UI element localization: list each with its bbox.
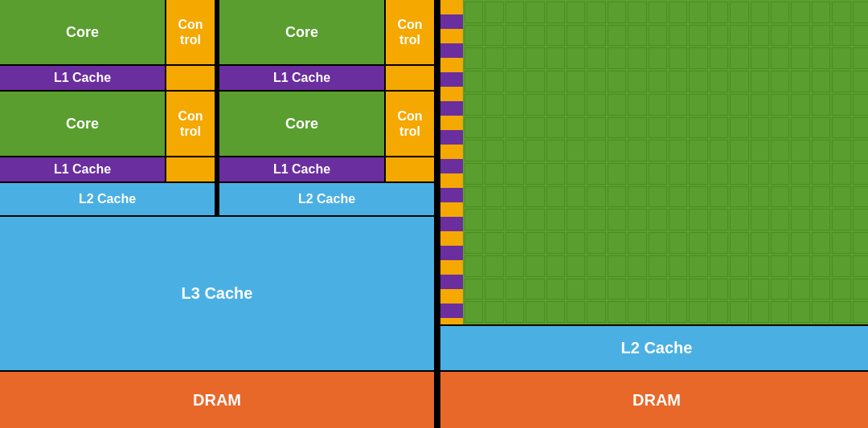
gpu-core-cell (628, 209, 646, 230)
gpu-core-cell (649, 117, 667, 139)
gpu-core-cell (853, 94, 868, 116)
l3-cache: L3 Cache (0, 217, 434, 370)
gpu-core-cell (751, 2, 769, 23)
gpu-core-cell (485, 163, 503, 185)
gpu-core-cell (608, 117, 626, 139)
gpu-core-cell (465, 117, 483, 139)
gpu-core-cell (853, 279, 868, 300)
gpu-core-cell (751, 47, 769, 69)
gpu-core-cell (853, 47, 868, 69)
gpu-core-cell (649, 163, 667, 185)
gpu-core-cell (832, 186, 850, 208)
gpu-core-cell (465, 47, 483, 69)
gpu-core-cell (669, 25, 687, 47)
gpu-core-cell (791, 2, 809, 23)
gpu-core-cell (465, 140, 483, 161)
gpu-core-cell (771, 255, 789, 277)
gpu-core-cell (628, 25, 646, 47)
gpu-core-cell (751, 140, 769, 161)
core-3: Core (0, 92, 165, 156)
gpu-core-cell (689, 209, 707, 230)
gpu-core-cell (567, 2, 585, 23)
gpu-core-cell (465, 25, 483, 47)
gpu-core-cell (812, 255, 830, 277)
gpu-core-cell (608, 279, 626, 300)
gpu-core-cell (751, 71, 769, 92)
gpu-core-cell (669, 301, 687, 323)
core-top-3: Core Control (0, 92, 215, 156)
gpu-core-cell (649, 209, 667, 230)
gpu-core-cell (608, 47, 626, 69)
left-cpu: Core Control L1 Cache Core (0, 0, 434, 428)
dram-left: DRAM (0, 372, 434, 428)
gpu-core-cell (587, 117, 605, 139)
gpu-core-cell (649, 186, 667, 208)
control-filler-4 (386, 157, 434, 181)
gpu-core-cell (853, 163, 868, 185)
core-group-2: Core Control L1 Cache (219, 0, 434, 90)
gpu-core-cell (710, 2, 728, 23)
gpu-core-cell (628, 163, 646, 185)
gpu-core-cell (465, 255, 483, 277)
gpu-core-cell (608, 25, 626, 47)
gpu-core-cell (628, 94, 646, 116)
gpu-core-cell (485, 301, 503, 323)
gpu-core-cell (587, 301, 605, 323)
gpu-core-cell (608, 71, 626, 92)
gpu-core-cell (710, 117, 728, 139)
gpu-core-cell (710, 209, 728, 230)
gpu-core-cell (853, 255, 868, 277)
separator-l2 (216, 183, 218, 215)
gpu-core-cell (751, 301, 769, 323)
gpu-core-cell (506, 232, 524, 254)
gpu-core-cell (669, 232, 687, 254)
control-2: Control (386, 0, 434, 64)
gpu-core-cell (649, 94, 667, 116)
gpu-core-cell (567, 255, 585, 277)
gpu-core-cell (832, 94, 850, 116)
center-separator (436, 0, 439, 428)
gpu-core-cell (791, 232, 809, 254)
gpu-core-cell (465, 2, 483, 23)
gpu-core-cell (628, 117, 646, 139)
gpu-core-cell (730, 94, 748, 116)
striped-bar (440, 0, 463, 324)
gpu-core-cell (689, 163, 707, 185)
gpu-core-cell (465, 279, 483, 300)
control-filler-3 (166, 157, 215, 181)
gpu-core-cell (812, 140, 830, 161)
gpu-core-cell (689, 140, 707, 161)
gpu-core-cell (791, 47, 809, 69)
gpu-core-cell (485, 47, 503, 69)
gpu-core-cell (485, 2, 503, 23)
gpu-core-cell (485, 232, 503, 254)
gpu-core-cell (832, 140, 850, 161)
gpu-core-cell (506, 117, 524, 139)
gpu-core-cell (587, 279, 605, 300)
gpu-core-cell (771, 186, 789, 208)
gpu-core-cell (547, 209, 565, 230)
gpu-core-cell (812, 232, 830, 254)
gpu-core-cell (608, 2, 626, 23)
gpu-core-cell (567, 186, 585, 208)
l1-cache-2: L1 Cache (219, 66, 384, 90)
core-group-1: Core Control L1 Cache (0, 0, 215, 90)
gpu-core-cell (853, 186, 868, 208)
gpu-core-cell (547, 186, 565, 208)
gpu-core-cell (730, 140, 748, 161)
gpu-core-cell (628, 232, 646, 254)
gpu-core-cell (547, 232, 565, 254)
gpu-core-cell (832, 25, 850, 47)
gpu-core-cell (689, 94, 707, 116)
gpu-core-cell (526, 47, 544, 69)
gpu-core-cell (506, 94, 524, 116)
gpu-core-cell (812, 25, 830, 47)
gpu-core-cell (506, 2, 524, 23)
gpu-core-cell (526, 2, 544, 23)
gpu-core-cell (771, 279, 789, 300)
gpu-core-cell (608, 140, 626, 161)
gpu-core-cell (771, 117, 789, 139)
l1-row-1: L1 Cache (0, 66, 215, 90)
gpu-core-cell (608, 301, 626, 323)
gpu-core-cell (853, 25, 868, 47)
